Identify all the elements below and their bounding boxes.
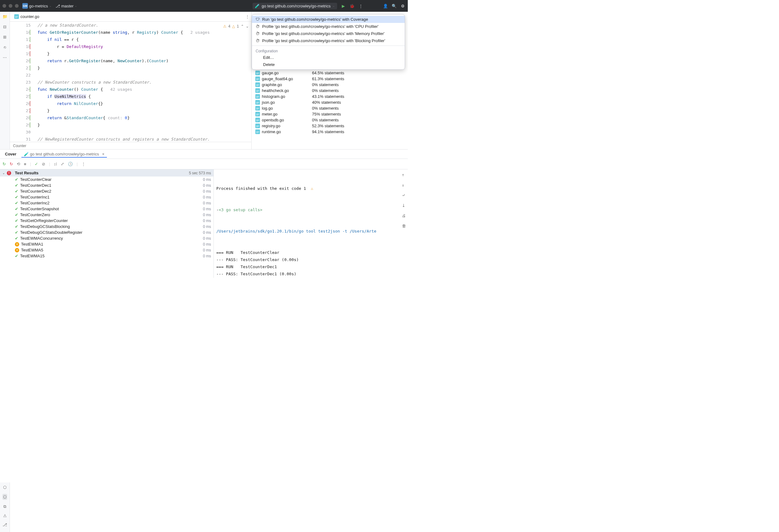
tab-cover[interactable]: Cover: [2, 150, 19, 157]
editor: go counter.go ⋮ ⚠4 △1 ⌃ ⌄ 15161718192021…: [10, 12, 251, 149]
print-icon[interactable]: 🖨: [402, 212, 406, 219]
popup-run-coverage[interactable]: 🛡 Run 'go test github.com/rcrowley/go-me…: [252, 16, 405, 23]
code-editor[interactable]: 1516171819202122232425262728293031 // a …: [10, 22, 251, 142]
run-configuration[interactable]: 🧪 go test github.com/rcrowley/go-metrics…: [252, 3, 337, 9]
scroll-to-end-icon[interactable]: ⤓: [402, 202, 406, 209]
test-row[interactable]: ✕TestEWMA10 ms: [0, 241, 214, 247]
popup-profile-cpu[interactable]: ⏱ Profile 'go test github.com/rcrowley/g…: [252, 23, 405, 30]
stop-icon[interactable]: ■: [24, 162, 26, 166]
go-file-icon: go: [255, 112, 260, 117]
test-row[interactable]: ✔TestCounterInc10 ms: [0, 194, 214, 200]
go-file-icon: go: [255, 76, 260, 81]
search-icon[interactable]: 🔍: [392, 3, 397, 8]
weak-warning-count: 1: [237, 24, 239, 28]
coverage-filename: gauge_float64.go: [262, 76, 293, 81]
coverage-row[interactable]: gogauge_float64.go61.3% statements: [252, 76, 408, 82]
coverage-row[interactable]: gohistogram.go43.1% statements: [252, 93, 408, 99]
popup-delete[interactable]: Delete: [252, 61, 405, 68]
soft-wrap-icon[interactable]: ⤶: [402, 192, 406, 199]
inspection-widget[interactable]: ⚠4 △1 ⌃ ⌄: [223, 24, 249, 28]
more-tools-icon[interactable]: ⋯: [3, 55, 7, 60]
scroll-down-icon[interactable]: ↓: [402, 182, 406, 189]
rerun-failed-icon[interactable]: ↻: [10, 162, 13, 166]
commit-tool-icon[interactable]: ⊟: [3, 24, 6, 29]
structure-tool-icon[interactable]: ⊞: [3, 35, 6, 39]
coverage-row[interactable]: goregistry.go52.3% statements: [252, 123, 408, 129]
popup-profile-blocking[interactable]: ⏱ Profile 'go test github.com/rcrowley/g…: [252, 37, 405, 44]
test-row[interactable]: ✔TestCounterInc20 ms: [0, 200, 214, 206]
console-path[interactable]: /Users/jetbrains/sdk/go1.20.1/bin/go too…: [216, 227, 405, 235]
tab-actions-icon[interactable]: ⋮: [245, 14, 249, 19]
more-actions-button[interactable]: ⋮: [358, 3, 363, 8]
test-row[interactable]: ✔TestCounterZero0 ms: [0, 212, 214, 218]
test-time: 0 ms: [203, 213, 211, 217]
console-output[interactable]: Process finished with the exit code 1 ⚠ …: [214, 170, 408, 278]
run-button[interactable]: ▶: [341, 3, 346, 8]
editor-tabbar: go counter.go ⋮: [10, 12, 251, 22]
project-icon: GM: [22, 3, 28, 9]
gutter[interactable]: 1516171819202122232425262728293031: [10, 22, 36, 142]
close-icon[interactable]: ×: [102, 152, 105, 156]
test-row[interactable]: ✔TestGetOrRegisterCounter0 ms: [0, 218, 214, 223]
test-name: TestCounterInc1: [20, 195, 50, 199]
scroll-up-icon[interactable]: ↑: [402, 171, 406, 178]
editor-tab[interactable]: go counter.go: [12, 13, 42, 20]
test-row[interactable]: ✔TestCounterDec10 ms: [0, 182, 214, 188]
test-name: TestEWMA5: [21, 248, 43, 252]
coverage-filename: gauge.go: [262, 71, 279, 75]
popup-edit[interactable]: Edit…: [252, 54, 405, 61]
tab-test-run[interactable]: 🧪 go test github.com/rcrowley/go-metrics…: [21, 150, 107, 157]
clear-icon[interactable]: 🗑: [402, 222, 406, 229]
debug-button[interactable]: 🐞: [350, 3, 355, 8]
test-tree: ⌄ ! Test Results 5 sec 573 ms ✔TestCount…: [0, 170, 214, 278]
source-code[interactable]: // a new StandardCounter.func GetOrRegis…: [36, 22, 251, 142]
popup-profile-memory[interactable]: ⏱ Profile 'go test github.com/rcrowley/g…: [252, 30, 405, 37]
coverage-row[interactable]: gometer.go75% statements: [252, 111, 408, 117]
maximize-window-icon[interactable]: [15, 4, 18, 8]
coverage-row[interactable]: gographite.go0% statements: [252, 82, 408, 88]
test-row[interactable]: ✔TestCounterSnapshot0 ms: [0, 206, 214, 212]
vcs-tool-icon[interactable]: ⎋: [4, 45, 6, 50]
breadcrumb[interactable]: Counter: [10, 142, 251, 149]
test-results-header[interactable]: ⌄ ! Test Results 5 sec 573 ms: [0, 170, 214, 177]
chevron-down-icon: ⌄: [75, 4, 77, 7]
rerun-icon[interactable]: ↻: [2, 162, 6, 166]
toggle-auto-test-icon[interactable]: ⟲: [17, 162, 20, 166]
show-passed-icon[interactable]: ✓: [35, 162, 38, 166]
coverage-row[interactable]: gohealthcheck.go0% statements: [252, 88, 408, 93]
titlebar: GM go-metrics ⌄ ⎇ master ⌄ 🧪 go test git…: [0, 0, 408, 12]
popup-item-label: Edit…: [263, 55, 274, 60]
expand-icon[interactable]: ⤢: [61, 162, 64, 166]
more-icon[interactable]: ⋮: [81, 162, 85, 166]
test-row[interactable]: ✔TestCounterClear0 ms: [0, 177, 214, 182]
console-fold[interactable]: <3 go setup calls>: [219, 207, 262, 212]
coverage-row[interactable]: goruntime.go94.1% statements: [252, 129, 408, 135]
coverage-percent: 0% statements: [312, 106, 339, 111]
code-with-me-icon[interactable]: 👤: [383, 3, 388, 8]
project-selector[interactable]: GM go-metrics ⌄: [22, 3, 52, 9]
test-row[interactable]: ✔TestDebugGCStatsBlocking0 ms: [0, 223, 214, 229]
settings-icon[interactable]: ⚙: [400, 3, 405, 8]
close-window-icon[interactable]: [2, 4, 6, 8]
coverage-row[interactable]: gojson.go40% statements: [252, 99, 408, 105]
coverage-row[interactable]: goopentsdb.go0% statements: [252, 117, 408, 123]
test-row[interactable]: ✔TestEWMA150 ms: [0, 253, 214, 259]
coverage-filename: graphite.go: [262, 82, 282, 87]
test-row[interactable]: ✔TestCounterDec20 ms: [0, 188, 214, 194]
test-row[interactable]: ✔TestDebugGCStatsDoubleRegister0 ms: [0, 229, 214, 235]
history-icon[interactable]: 🕓: [68, 162, 73, 166]
minimize-window-icon[interactable]: [9, 4, 12, 8]
sort-icon[interactable]: ↕⁞: [54, 162, 57, 166]
chevron-up-icon[interactable]: ⌃: [241, 24, 244, 28]
show-ignored-icon[interactable]: ⊘: [42, 162, 45, 166]
vcs-branch[interactable]: ⎇ master ⌄: [55, 4, 77, 8]
test-row[interactable]: ✔TestEWMAConcurrency0 ms: [0, 235, 214, 241]
coverage-row[interactable]: golog.go0% statements: [252, 105, 408, 111]
coverage-row[interactable]: gogauge.go64.5% statements: [252, 70, 408, 76]
chevron-down-icon[interactable]: ⌄: [246, 24, 249, 28]
collapse-icon[interactable]: ⌄: [2, 172, 5, 175]
coverage-filename: opentsdb.go: [262, 118, 284, 122]
project-tool-icon[interactable]: 📁: [2, 14, 7, 19]
test-row[interactable]: ✕TestEWMA50 ms: [0, 247, 214, 253]
run-config-name: go test github.com/rcrowley/go-metrics: [261, 4, 331, 8]
